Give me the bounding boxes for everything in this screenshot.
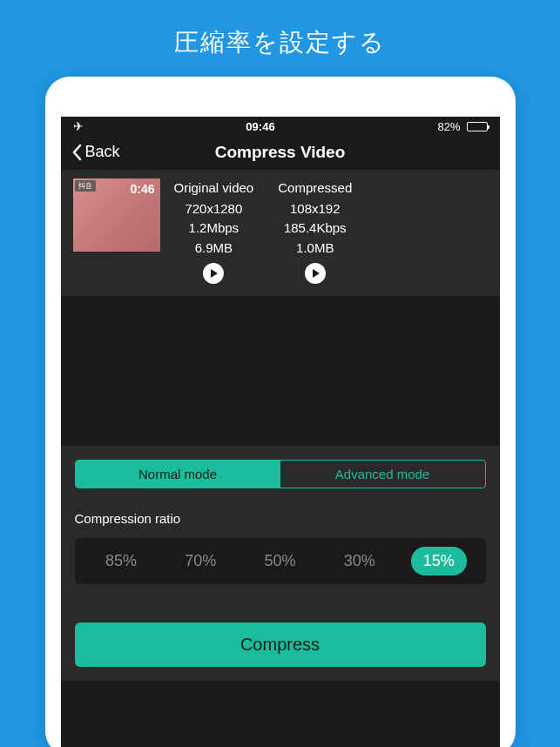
compressed-video-column: Compressed 108x192 185.4Kbps 1.0MB <box>278 178 352 284</box>
play-original-button[interactable] <box>203 263 224 284</box>
advanced-mode-button[interactable]: Advanced mode <box>280 461 485 488</box>
ratio-option-30[interactable]: 30% <box>332 547 388 575</box>
video-info-section: 抖音 0:46 Original video 720x1280 1.2Mbps … <box>61 170 500 296</box>
ratio-option-85[interactable]: 85% <box>93 547 149 575</box>
ratio-option-50[interactable]: 50% <box>252 547 307 575</box>
back-label: Back <box>85 143 120 161</box>
screen: ✈ 09:46 82% Back Compress Video 抖音 0:46 … <box>61 117 500 747</box>
original-filesize: 6.9MB <box>174 239 254 259</box>
compress-button[interactable]: Compress <box>75 622 486 667</box>
nav-bar: Back Compress Video <box>61 136 500 170</box>
battery-icon <box>467 122 488 131</box>
status-left: ✈ <box>73 119 84 133</box>
original-header: Original video <box>174 178 254 199</box>
original-video-column: Original video 720x1280 1.2Mbps 6.9MB <box>174 178 254 284</box>
ratio-options: 85% 70% 50% 30% 15% <box>75 538 486 584</box>
airplane-mode-icon: ✈ <box>73 119 84 133</box>
tablet-frame: ✈ 09:46 82% Back Compress Video 抖音 0:46 … <box>45 77 516 747</box>
play-icon <box>211 269 218 278</box>
back-button[interactable]: Back <box>71 143 120 161</box>
original-resolution: 720x1280 <box>174 199 254 219</box>
spacer <box>61 296 500 446</box>
nav-title: Compress Video <box>215 143 346 162</box>
thumbnail-badge: 抖音 <box>75 180 96 192</box>
page-heading: 圧縮率を設定する <box>0 0 560 77</box>
status-time: 09:46 <box>246 120 274 133</box>
thumbnail-duration: 0:46 <box>130 182 154 196</box>
ratio-option-15[interactable]: 15% <box>411 547 467 575</box>
status-right: 82% <box>437 120 487 133</box>
normal-mode-button[interactable]: Normal mode <box>76 461 280 488</box>
compressed-header: Compressed <box>278 178 352 199</box>
compressed-bitrate: 185.4Kbps <box>278 219 352 239</box>
compression-ratio-label: Compression ratio <box>75 511 486 526</box>
video-thumbnail[interactable]: 抖音 0:46 <box>73 178 160 252</box>
play-icon <box>313 269 320 278</box>
video-columns: Original video 720x1280 1.2Mbps 6.9MB Co… <box>174 178 488 284</box>
play-compressed-button[interactable] <box>305 263 326 284</box>
controls-panel: Normal mode Advanced mode Compression ra… <box>61 446 500 681</box>
battery-percent: 82% <box>437 120 460 133</box>
chevron-left-icon <box>71 144 82 161</box>
original-bitrate: 1.2Mbps <box>174 219 254 239</box>
ratio-option-70[interactable]: 70% <box>172 547 228 575</box>
compressed-resolution: 108x192 <box>278 199 352 219</box>
compressed-filesize: 1.0MB <box>278 239 352 259</box>
mode-toggle: Normal mode Advanced mode <box>75 460 486 488</box>
status-bar: ✈ 09:46 82% <box>61 117 500 136</box>
